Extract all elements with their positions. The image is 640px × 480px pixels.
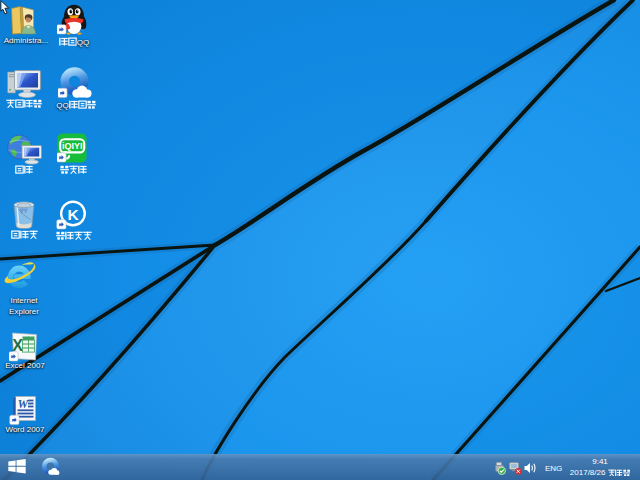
svg-text:K: K	[68, 206, 80, 223]
svg-text:iQIYI: iQIYI	[62, 141, 83, 151]
svg-text:W: W	[18, 397, 30, 411]
